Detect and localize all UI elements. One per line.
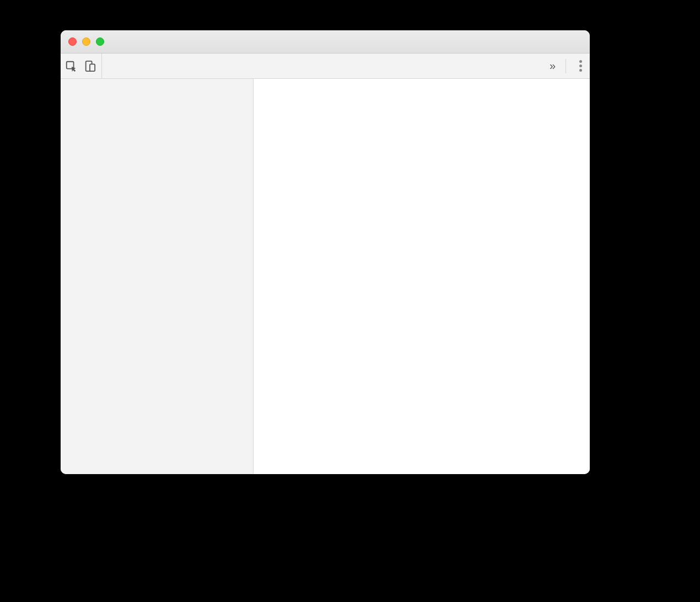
minimize-window-button[interactable] bbox=[82, 37, 90, 46]
application-sidebar bbox=[61, 79, 254, 474]
titlebar bbox=[61, 30, 590, 53]
svg-rect-2 bbox=[90, 64, 95, 71]
devtools-window: » bbox=[61, 30, 590, 474]
close-window-button[interactable] bbox=[68, 37, 77, 46]
more-tabs-icon[interactable]: » bbox=[550, 60, 556, 72]
panel-body bbox=[61, 79, 590, 474]
kebab-menu-icon[interactable] bbox=[576, 60, 585, 72]
clear-storage-panel bbox=[254, 79, 590, 474]
inspect-element-icon[interactable] bbox=[65, 60, 77, 72]
traffic-lights bbox=[68, 37, 104, 46]
divider bbox=[566, 59, 566, 73]
zoom-window-button[interactable] bbox=[96, 37, 104, 46]
device-toolbar-icon[interactable] bbox=[84, 60, 96, 72]
devtools-tabstrip: » bbox=[61, 53, 590, 79]
